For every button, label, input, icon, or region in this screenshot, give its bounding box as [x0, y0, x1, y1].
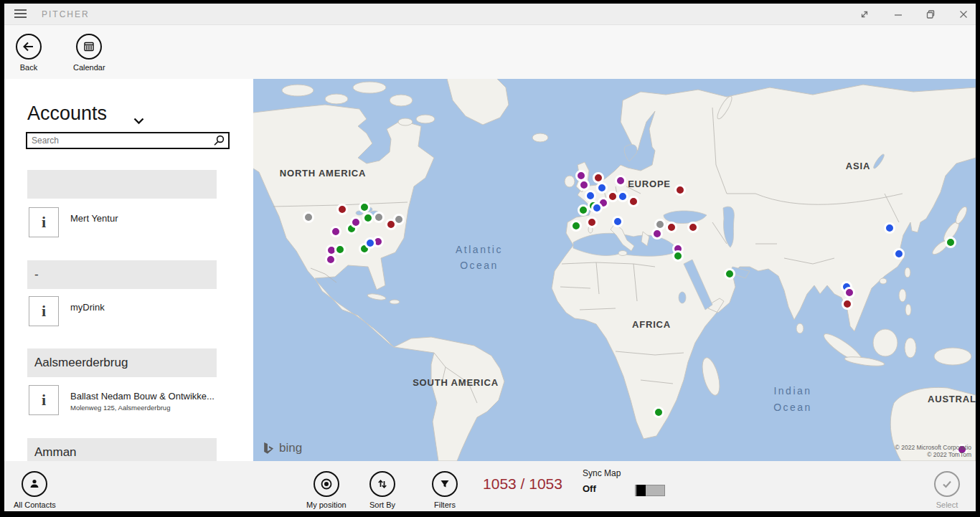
all-contacts-button[interactable]: All Contacts [14, 471, 56, 509]
chevron-down-icon[interactable] [133, 115, 144, 128]
map-label-ocean: Indian [773, 385, 811, 397]
info-icon[interactable]: i [29, 296, 59, 326]
sort-arrows-icon [369, 471, 395, 497]
map-label-continent: EUROPE [628, 179, 671, 189]
map-marker-blue[interactable] [586, 191, 595, 201]
map-marker-green[interactable] [946, 238, 956, 247]
map-marker-red[interactable] [667, 223, 677, 232]
map-marker-gray[interactable] [304, 213, 314, 222]
sync-map-state: Off [583, 483, 621, 494]
map-marker-red[interactable] [608, 192, 618, 201]
filters-label: Filters [434, 501, 456, 509]
map-marker-green[interactable] [579, 206, 588, 215]
my-position-icon [314, 471, 339, 497]
bing-icon [262, 442, 275, 455]
map-marker-purple[interactable] [616, 176, 626, 186]
sync-map-toggle[interactable] [635, 485, 665, 496]
map-marker-gray[interactable] [656, 220, 665, 229]
checkmark-icon [934, 471, 960, 497]
map-marker-green[interactable] [572, 222, 581, 231]
map-marker-green[interactable] [674, 252, 683, 261]
map-marker-purple[interactable] [845, 288, 854, 298]
map-attribution: © 2022 Microsoft Corporatio © 2022 TomTo… [895, 444, 971, 458]
map-marker-red[interactable] [676, 186, 685, 195]
map-marker-blue[interactable] [366, 239, 375, 248]
map-marker-red[interactable] [689, 223, 698, 232]
info-icon[interactable]: i [29, 207, 59, 237]
app-window: PITCHER Back [4, 4, 976, 511]
map-canvas[interactable]: NORTH AMERICAEUROPEASIAAFRICASOUTH AMERI… [253, 79, 976, 461]
sync-map-block: Sync Map Off [583, 468, 621, 494]
list-item[interactable]: i myDrink [29, 296, 105, 326]
map-marker-red[interactable] [594, 174, 603, 183]
calendar-button[interactable]: Calendar [73, 34, 105, 72]
restore-icon[interactable] [920, 6, 941, 22]
account-name: Ballast Nedam Bouw & Ontwikke... [70, 391, 215, 402]
bing-wordmark: bing [279, 441, 302, 455]
map-label-continent: NORTH AMERICA [280, 168, 366, 179]
group-header [27, 170, 217, 199]
filter-funnel-icon [432, 471, 458, 497]
map-marker-purple[interactable] [577, 171, 586, 181]
map-marker-green[interactable] [360, 203, 369, 212]
map-label-continent: SOUTH AMERICA [413, 377, 499, 388]
map-marker-purple[interactable] [653, 229, 662, 239]
map-marker-red[interactable] [629, 197, 639, 207]
attribution-line: © 2022 TomTom [895, 451, 971, 458]
bottom-app-bar: All Contacts My position Sort By Filters… [4, 461, 976, 511]
search-box [26, 132, 230, 149]
map-label-ocean: Ocean [773, 402, 812, 413]
map-marker-green[interactable] [336, 245, 345, 255]
info-icon[interactable]: i [29, 385, 59, 415]
map-marker-red[interactable] [843, 300, 852, 309]
map-label-ocean: Ocean [460, 260, 499, 271]
account-name: myDrink [70, 302, 105, 313]
map-label-continent: ASIA [846, 161, 870, 171]
hamburger-menu-icon[interactable] [14, 9, 29, 19]
search-input[interactable] [27, 136, 212, 146]
resize-icon[interactable] [854, 6, 875, 22]
map-marker-green[interactable] [654, 408, 664, 417]
search-icon[interactable] [212, 134, 225, 147]
map-marker-purple[interactable] [352, 218, 361, 227]
list-item[interactable]: i Mert Yentur [29, 207, 118, 237]
group-header: Aalsmeerderbrug [27, 348, 217, 377]
accounts-title[interactable]: Accounts [27, 103, 107, 125]
map-marker-blue[interactable] [593, 204, 602, 213]
map-marker-red[interactable] [338, 205, 347, 214]
account-address: Molenweg 125, Aalsmeerderbrug [70, 404, 215, 412]
map-marker-purple[interactable] [331, 227, 341, 237]
sort-by-button[interactable]: Sort By [369, 471, 395, 509]
map-marker-blue[interactable] [885, 224, 895, 233]
sync-map-label: Sync Map [583, 468, 621, 478]
command-bar: Back Calendar [4, 25, 976, 79]
select-button[interactable]: Select [934, 471, 960, 509]
group-header: Amman [27, 438, 217, 461]
sort-by-label: Sort By [369, 501, 395, 509]
map-marker-green[interactable] [725, 270, 735, 279]
my-position-button[interactable]: My position [306, 471, 347, 509]
close-icon[interactable] [953, 6, 974, 22]
list-item[interactable]: i Ballast Nedam Bouw & Ontwikke... Molen… [29, 385, 215, 415]
group-header: - [27, 260, 217, 289]
app-title: PITCHER [42, 9, 90, 19]
map-marker-purple[interactable] [326, 255, 336, 265]
map-marker-red[interactable] [387, 220, 396, 229]
bing-logo[interactable]: bing [262, 441, 302, 455]
map-marker-blue[interactable] [895, 250, 904, 259]
filters-button[interactable]: Filters [432, 471, 458, 509]
map-marker-blue[interactable] [618, 192, 628, 201]
minimize-icon[interactable] [887, 6, 909, 22]
calendar-label: Calendar [73, 63, 105, 72]
calendar-icon [76, 34, 102, 60]
back-label: Back [20, 63, 37, 72]
map-marker-blue[interactable] [598, 184, 607, 193]
map-marker-blue[interactable] [613, 217, 623, 227]
results-count: 1053 / 1053 [478, 475, 567, 493]
my-position-label: My position [306, 501, 347, 509]
map-marker-green[interactable] [364, 214, 373, 223]
map-marker-red[interactable] [588, 218, 597, 227]
back-button[interactable]: Back [16, 34, 42, 72]
map-marker-gray[interactable] [374, 213, 384, 222]
map-marker-purple[interactable] [580, 181, 589, 190]
